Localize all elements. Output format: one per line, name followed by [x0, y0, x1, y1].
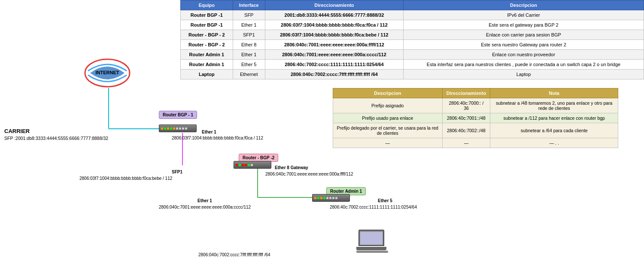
ether8-addr: 2806:040c:7001:eeee:eeee:eeee:000a:ffff/… [265, 172, 353, 176]
ether5-label: Ether 5 [378, 198, 392, 203]
ether1-admin1-addr: 2806:040c:7001:eeee:eeee:eeee:000a:cccc/… [159, 205, 251, 209]
main-table-cell-5-descripcion: Esta interfaz sera para nuestros cliente… [404, 60, 644, 70]
laptop-addr: 2806:040c:7002:cccc:7fff:ffff:ffff:ffff … [198, 252, 270, 257]
main-table-cell-6-descripcion: Laptop [404, 70, 644, 79]
ether5-addr: 2806:40c:7002:cccc:1111:1111:1111:0254/6… [330, 205, 417, 209]
ether1-admin1-label: Ether 1 [197, 198, 212, 203]
diagram-lines [0, 0, 326, 267]
desc-table-cell-0-descripcion: Prefijo asignado [333, 98, 443, 113]
desc-table-cell-2-direccionamiento: 2806:40c:7002::/48 [442, 123, 490, 138]
router-bgp2-device [234, 161, 271, 169]
router-admin1-device [312, 194, 350, 202]
desc-table-cell-3-descripcion: — [333, 138, 443, 148]
main-table-cell-1-descripcion: Este sera el gateway para BGP 2 [404, 20, 644, 30]
main-table-cell-2-descripcion: Enlace con carrier para sesion BGP [404, 30, 644, 40]
laptop-icon [356, 230, 386, 253]
col2-header-descripcion: Descripcion [333, 88, 443, 98]
main-table-cell-3-descripcion: Este sera nuestro Gateway para router 2 [404, 40, 644, 50]
col2-header-direccionamiento: Direccionamiento [442, 88, 490, 98]
desc-table-cell-0-direccionamiento: 2806:40c:7000:: / 36 [442, 98, 490, 113]
desc-table-cell-1-nota: subnetear a /112 para hacer enlace con r… [490, 113, 618, 123]
internet-label: INTERNET [84, 70, 131, 75]
desc-table: Descripcion Direccionamiento Nota Prefij… [333, 88, 618, 148]
desc-table-cell-3-direccionamiento: — [442, 138, 490, 148]
carrier-sfp-label: SFP :2001:db8:3333:4444:5555:6666:7777:8… [4, 136, 108, 141]
router-bgp1-device [159, 124, 197, 132]
ether1-bgp1-addr: 2806:03f7:1004:bbbb:bbbb:bbbb:f0ca:f0ca … [172, 136, 263, 140]
main-table-cell-0-descripcion: IPv6 del Carrier [404, 10, 644, 20]
network-diagram: INTERNET CARRIER SFP :2001:db8:3333:4444… [0, 0, 326, 267]
desc-table-cell-1-direccionamiento: 2806:40c:7001::/48 [442, 113, 490, 123]
desc-table-cell-0-nota: subnetear a /48 tomaremos 2, uno para en… [490, 98, 618, 113]
ether1-bgp1-label: Ether 1 [202, 130, 216, 134]
sfp1-label: SFP1 [172, 170, 182, 174]
internet-cloud: INTERNET [84, 58, 131, 88]
main-table-cell-4-descripcion: Enlace con nuestro proveedor [404, 50, 644, 60]
desc-table-section: Descripcion Direccionamiento Nota Prefij… [333, 88, 618, 148]
ether8-label: Ether 8 Gateway [275, 165, 308, 170]
router-bgp1-label-box: Router BGP - 1 [159, 111, 197, 119]
desc-table-cell-2-descripcion: Prefijo delegado por el carrier, se usar… [333, 123, 443, 138]
sfp1-addr: 2806:03f7:1004:bbbb:bbbb:bbbb:f0ca:bebe … [79, 176, 172, 181]
desc-table-cell-2-nota: subnetear a /64 para cada cliente [490, 123, 618, 138]
desc-table-cell-1-descripcion: Prefijo usado para enlace [333, 113, 443, 123]
col-header-descripcion: Descripcion [404, 0, 644, 10]
desc-table-cell-3-nota: — . . [490, 138, 618, 148]
col2-header-nota: Nota [490, 88, 618, 98]
carrier-label: CARRIER [4, 128, 30, 134]
